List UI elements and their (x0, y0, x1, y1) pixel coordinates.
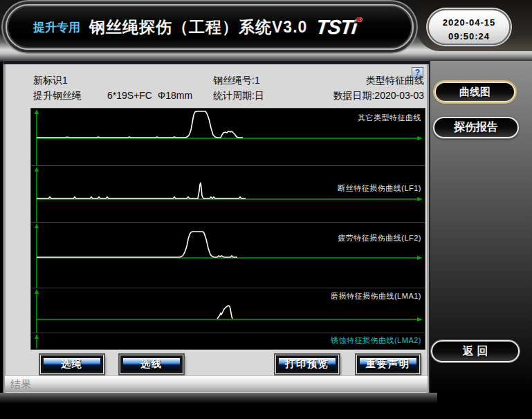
main-panel: ? 新标识1 钢丝绳号:1 类型特征曲线 提升钢丝绳 6*19S+FC Φ18m… (3, 61, 429, 393)
inspection-report-label: 探伤报告 (454, 120, 498, 135)
chart-strip-broken-wire: 断丝特征损伤曲线(LF1) (31, 166, 425, 223)
curve-type-label: 类型特征曲线 (366, 75, 424, 87)
mode-badge: 提升专用 (33, 19, 80, 35)
app-title: 钢丝绳探伤（工程）系统V3.0 (89, 17, 307, 38)
title-bar: 提升专用 钢丝绳探伤（工程）系统V3.0 TSTi® 2020-04-15 09… (0, 0, 532, 62)
date-text: 2020-04-15 (429, 16, 509, 30)
info-header-row1: 新标识1 钢丝绳号:1 类型特征曲线 (3, 75, 428, 87)
logo-red-dot (356, 17, 361, 21)
app-window: 提升专用 钢丝绳探伤（工程）系统V3.0 TSTi® 2020-04-15 09… (0, 0, 532, 419)
select-rope-button[interactable]: 选绳 (40, 355, 104, 374)
result-bar: 结果 (5, 375, 428, 392)
rope-name-label: 提升钢丝绳 (33, 90, 82, 102)
datetime-display: 2020-04-15 09:50:24 (428, 9, 511, 45)
tsti-logo: TSTi® (315, 16, 363, 39)
rope-id-label: 新标识1 (33, 75, 68, 87)
important-notice-label: 重要声明 (360, 358, 416, 371)
back-label: 返 回 (463, 344, 488, 359)
info-header-row2: 提升钢丝绳 6*19S+FC Φ18mm 统计周期:日 数据日期:2020-03… (3, 90, 428, 102)
chart-area: 其它类型特征曲线断丝特征损伤曲线(LF1)疲劳特征损伤曲线(LF2)磨损特征损伤… (31, 109, 425, 349)
rope-number-label: 钢丝绳号:1 (213, 75, 260, 87)
curve-chart-label: 曲线图 (459, 86, 490, 99)
time-text: 09:50:24 (429, 30, 509, 44)
stat-period-label: 统计周期:日 (213, 90, 264, 102)
chart-strip-other-type: 其它类型特征曲线 (31, 109, 425, 166)
strip-label-fatigue: 疲劳特征损伤曲线(LF2) (338, 233, 421, 243)
bottom-frame (0, 393, 437, 404)
important-notice-button[interactable]: 重要声明 (356, 355, 420, 374)
chart-strip-corrosion: 锈蚀特征损伤曲线(LMA2) (31, 333, 425, 349)
select-line-label: 选线 (123, 358, 180, 371)
select-rope-label: 选绳 (44, 358, 100, 371)
back-button[interactable]: 返 回 (431, 340, 520, 362)
print-preview-button[interactable]: 打印预览 (275, 355, 339, 374)
tsti-logo-text: TSTi (315, 16, 358, 38)
strip-label-broken-wire: 断丝特征损伤曲线(LF1) (338, 183, 421, 194)
result-label: 结果 (10, 378, 31, 390)
print-preview-label: 打印预览 (279, 358, 336, 371)
strip-label-wear: 磨损特征损伤曲线(LMA1) (331, 291, 421, 301)
sidebar: 曲线图 探伤报告 返 回 (429, 61, 532, 394)
rope-spec-label: 6*19S+FC (107, 90, 152, 101)
chart-strip-wear: 磨损特征损伤曲线(LMA1) (31, 288, 425, 333)
strip-label-corrosion: 锈蚀特征损伤曲线(LMA2) (331, 335, 421, 346)
inspection-report-button[interactable]: 探伤报告 (433, 117, 519, 138)
rope-diameter-label: Φ18mm (158, 90, 192, 101)
select-line-button[interactable]: 选线 (120, 355, 183, 374)
chart-strip-fatigue: 疲劳特征损伤曲线(LF2) (31, 223, 425, 288)
title-capsule: 提升专用 钢丝绳探伤（工程）系统V3.0 TSTi® (6, 4, 414, 50)
curve-chart-button[interactable]: 曲线图 (434, 82, 515, 102)
strip-label-other-type: 其它类型特征曲线 (358, 113, 421, 123)
data-date-label: 数据日期:2020-03-03 (333, 90, 424, 102)
